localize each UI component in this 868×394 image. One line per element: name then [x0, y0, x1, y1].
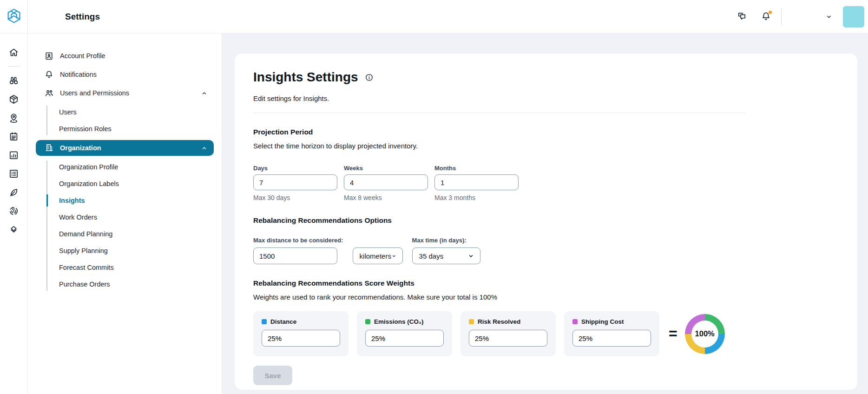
emissions-weight-input[interactable] [365, 330, 444, 347]
sidebar-item-forecast-commits[interactable]: Forecast Commits [28, 259, 222, 276]
sidebar-item-label: Demand Planning [59, 230, 112, 238]
user-menu[interactable] [786, 7, 833, 26]
sidebar-item-purchase-orders[interactable]: Purchase Orders [28, 276, 222, 293]
weight-card-risk-resolved: Risk Resolved [460, 311, 556, 356]
notifications-button[interactable] [757, 8, 775, 26]
chevron-up-icon [201, 145, 208, 152]
insights-settings-title: Insights Settings [253, 70, 358, 84]
info-icon [365, 73, 374, 82]
feedback-icon [736, 11, 747, 22]
rail-insights-button[interactable] [6, 202, 22, 219]
insights-settings-card: Insights Settings Edit settings for Insi… [235, 53, 857, 390]
chevron-down-icon [467, 253, 474, 260]
sidebar-item-label: Organization Labels [59, 180, 119, 187]
info-button[interactable] [365, 73, 374, 82]
weights-total-label: 100% [695, 329, 715, 338]
rail-sustainability-button[interactable] [6, 184, 22, 200]
score-weights-heading: Rebalancing Recommendations Score Weight… [253, 279, 746, 287]
sidebar-item-label: Purchase Orders [59, 280, 110, 288]
sidebar-item-users[interactable]: Users [28, 104, 222, 120]
distance-unit-select[interactable]: kilometers [353, 247, 403, 264]
equals-sign: = [669, 325, 677, 342]
header-divider [781, 8, 782, 25]
list-details-icon [8, 168, 19, 179]
package-box-icon [8, 94, 19, 105]
save-button[interactable]: Save [253, 366, 292, 385]
rail-integrations-button[interactable] [6, 221, 22, 238]
sidebar-item-notifications[interactable]: Notifications [28, 65, 222, 84]
rail-explore-button[interactable] [6, 72, 22, 89]
sidebar-item-organization-labels[interactable]: Organization Labels [28, 175, 222, 192]
organization-sublist: Organization Profile Organization Labels… [28, 159, 222, 293]
icon-rail [0, 33, 28, 394]
sidebar-item-demand-planning[interactable]: Demand Planning [28, 226, 222, 242]
radar-target-icon [8, 206, 19, 216]
rail-orders-button[interactable] [6, 165, 22, 182]
sidebar-item-label: Supply Planning [59, 247, 108, 254]
shipping-cost-weight-input[interactable] [572, 330, 651, 347]
distance-weight-label: Distance [270, 318, 296, 325]
sidebar-item-label: Work Orders [59, 214, 97, 221]
weights-total-donut-chart: 100% [685, 314, 725, 354]
rail-network-button[interactable] [6, 109, 22, 126]
binoculars-icon [8, 75, 19, 86]
rail-inventory-button[interactable] [6, 91, 22, 107]
months-input[interactable] [434, 174, 519, 190]
max-time-select[interactable]: 35 days [412, 247, 480, 264]
distance-unit-value: kilometers [360, 252, 391, 260]
bell-icon [44, 70, 54, 80]
sidebar-item-users-and-permissions[interactable]: Users and Permissions [28, 84, 222, 102]
sidebar-item-supply-planning[interactable]: Supply Planning [28, 242, 222, 259]
weight-card-emissions: Emissions (CO₂) [357, 311, 452, 356]
risk-resolved-color-swatch [469, 319, 474, 324]
account-profile-icon [44, 51, 54, 61]
distance-weight-input[interactable] [262, 330, 340, 347]
score-weights-description: Weights are used to rank your recommenda… [253, 293, 746, 301]
rebalancing-options-heading: Rebalancing Recommendations Options [253, 216, 746, 225]
risk-resolved-weight-input[interactable] [469, 330, 547, 347]
building-icon [45, 143, 54, 154]
section-divider [253, 113, 746, 113]
chevron-down-icon [391, 253, 397, 260]
weeks-input[interactable] [344, 174, 428, 190]
months-helper: Max 3 months [434, 194, 519, 201]
max-distance-input[interactable] [253, 247, 337, 264]
home-icon [8, 47, 19, 58]
app-logo[interactable] [0, 0, 28, 33]
leaf-icon [8, 187, 19, 198]
projection-period-description: Select the time horizon to display proje… [253, 142, 746, 150]
max-time-label: Max time (in days): [412, 237, 480, 244]
emissions-color-swatch [365, 319, 370, 324]
risk-resolved-weight-label: Risk Resolved [478, 318, 520, 325]
sidebar-item-label: Account Profile [60, 52, 105, 60]
sidebar-item-label: Permission Roles [59, 125, 112, 133]
rail-planning-button[interactable] [6, 128, 22, 145]
shipping-cost-weight-label: Shipping Cost [581, 318, 624, 325]
clipboard-icon [8, 131, 19, 142]
chevron-up-icon [201, 90, 208, 97]
days-helper: Max 30 days [253, 194, 337, 201]
months-label: Months [434, 165, 519, 172]
sidebar-item-insights[interactable]: Insights [28, 192, 222, 209]
sidebar-item-permission-roles[interactable]: Permission Roles [28, 120, 222, 137]
settings-sidebar: Account Profile Notifications Users [28, 33, 222, 394]
sidebar-item-organization-profile[interactable]: Organization Profile [28, 159, 222, 175]
sidebar-item-organization[interactable]: Organization [36, 140, 214, 156]
sidebar-item-label: Users [59, 108, 77, 116]
notification-badge-dot [768, 10, 772, 14]
users-icon [44, 88, 54, 98]
weeks-helper: Max 8 weeks [344, 194, 428, 201]
feedback-button[interactable] [733, 8, 750, 26]
location-pin-icon [8, 113, 19, 123]
sidebar-item-label: Organization Profile [59, 163, 118, 171]
days-input[interactable] [253, 174, 337, 190]
max-distance-label: Max distance to be considered: [253, 237, 343, 244]
rail-home-button[interactable] [6, 44, 22, 60]
sidebar-item-work-orders[interactable]: Work Orders [28, 209, 222, 226]
sidebar-item-account-profile[interactable]: Account Profile [28, 47, 222, 65]
avatar[interactable] [843, 6, 864, 27]
days-label: Days [253, 165, 337, 172]
rail-analytics-button[interactable] [6, 147, 22, 163]
chevron-down-icon [825, 13, 833, 20]
rail-divider [8, 66, 20, 67]
